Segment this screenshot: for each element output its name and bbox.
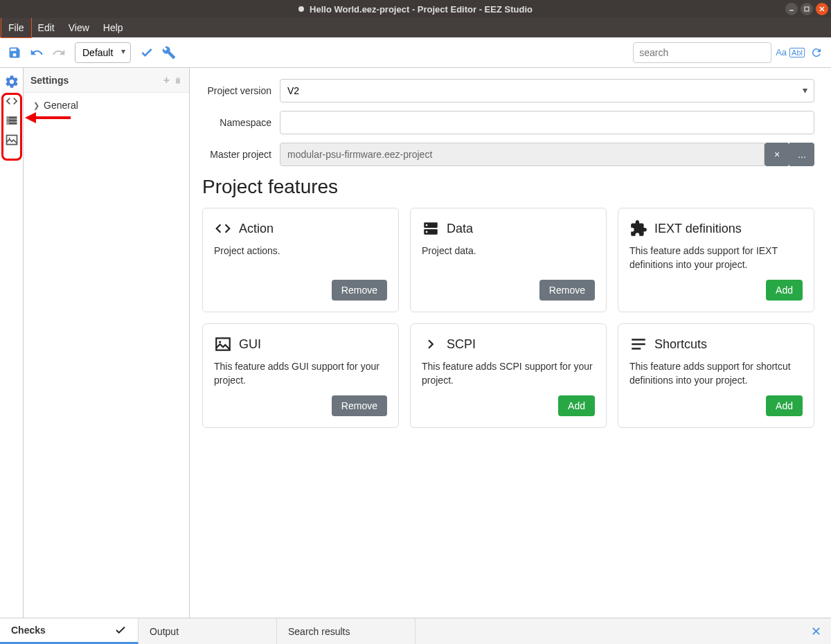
card-add-button[interactable]: Add [766,280,803,301]
card-add-button[interactable]: Add [558,395,595,416]
menu-view[interactable]: View [62,18,96,37]
tab-output[interactable]: Output [138,618,277,644]
rail-data-button[interactable] [2,111,21,130]
check-button[interactable] [138,44,156,62]
rail-settings-button[interactable] [2,72,21,91]
svg-point-5 [7,117,8,118]
card-title: SCPI [447,337,476,352]
project-version-select[interactable]: V2 [280,79,814,102]
window-title: Hello World.eez-project - Project Editor… [310,4,533,15]
side-panel-title: Settings [30,75,69,86]
svg-rect-1 [805,7,809,11]
chevron-right-icon: ❯ [33,101,39,110]
side-panel: Settings + ❯ General [24,68,190,618]
master-project-browse-button[interactable]: ... [789,143,814,166]
settings-tree: ❯ General [24,93,189,118]
panel-add-button[interactable]: + [163,74,170,87]
namespace-input[interactable] [280,111,814,134]
modified-dot-icon [298,6,304,12]
project-version-label: Project version [202,85,280,96]
card-title: Data [447,222,473,236]
feature-cards: ActionProject actions.RemoveDataProject … [202,208,814,428]
card-title: GUI [239,337,261,352]
svg-point-8 [8,137,10,138]
search-input[interactable] [633,42,771,63]
side-panel-header: Settings + [24,68,189,93]
svg-point-15 [219,341,221,343]
menu-help[interactable]: Help [96,18,130,37]
window-titlebar: Hello World.eez-project - Project Editor… [0,0,831,18]
features-heading: Project features [202,176,814,198]
tab-label: Output [150,626,179,637]
namespace-label: Namespace [202,117,280,128]
card-remove-button[interactable]: Remove [332,280,387,301]
layout-select[interactable]: Default [75,42,131,63]
rail-actions-button[interactable] [2,91,21,111]
feature-card: ShortcutsThis feature adds support for s… [618,323,814,428]
image-icon [214,335,232,353]
tab-checks[interactable]: Checks [0,618,138,644]
lines-icon [629,335,647,353]
card-remove-button[interactable]: Remove [539,280,595,301]
save-button[interactable] [6,44,24,62]
svg-point-14 [426,231,428,233]
master-project-input[interactable] [280,143,765,166]
match-case-toggle[interactable]: Aa [776,47,787,57]
feature-card: DataProject data.Remove [410,208,607,312]
bottom-tabbar: Checks Output Search results ✕ [0,618,831,644]
master-project-label: Master project [202,149,280,160]
window-close-button[interactable] [816,3,828,15]
svg-point-7 [7,123,8,124]
menu-file[interactable]: File [1,18,31,37]
menubar: File Edit View Help [0,18,831,37]
svg-point-13 [426,224,428,226]
tree-item-general[interactable]: ❯ General [29,97,184,114]
feature-card: GUIThis feature adds GUI support for you… [202,323,399,428]
build-button[interactable] [160,44,178,62]
panel-delete-button[interactable] [174,75,182,85]
check-icon [114,624,127,636]
card-title: Shortcuts [654,337,707,352]
feature-card: SCPIThis feature adds SCPI support for y… [410,323,607,428]
workarea: Settings + ❯ General Project version V2 … [0,68,831,618]
puzzle-icon [629,220,647,238]
tab-label: Search results [288,626,350,637]
menu-edit[interactable]: Edit [31,18,62,37]
card-title: IEXT definitions [654,222,742,236]
toolbar: Default Aa Abl [0,37,831,68]
card-description: This feature adds support for IEXT defin… [629,244,803,271]
refresh-button[interactable] [807,44,825,62]
server-icon [422,220,440,238]
left-icon-rail [0,68,24,618]
window-minimize-button[interactable] [785,3,798,15]
feature-card: ActionProject actions.Remove [202,208,399,312]
card-description: This feature adds GUI support for your p… [214,360,387,387]
tree-item-label: General [44,100,78,111]
tab-label: Checks [11,625,46,636]
feature-card: IEXT definitionsThis feature adds suppor… [618,208,814,312]
card-add-button[interactable]: Add [766,395,803,416]
window-maximize-button[interactable] [801,3,813,15]
whole-word-toggle[interactable]: Abl [789,48,805,57]
code-icon [214,220,232,238]
card-remove-button[interactable]: Remove [332,395,387,416]
card-description: Project actions. [214,244,387,271]
master-project-clear-button[interactable]: × [765,143,789,166]
undo-button[interactable] [28,44,46,62]
chevron-icon [422,335,440,353]
tab-search-results[interactable]: Search results [277,618,416,644]
card-description: This feature adds support for shortcut d… [629,360,803,387]
redo-button[interactable] [50,44,68,62]
card-description: This feature adds SCPI support for your … [422,360,595,387]
card-description: Project data. [422,244,595,271]
content-pane: Project version V2 Namespace Master proj… [190,68,831,618]
rail-gui-button[interactable] [2,130,21,150]
bottom-panel-close-button[interactable]: ✕ [801,618,831,644]
card-title: Action [239,222,274,236]
svg-point-6 [7,120,8,121]
